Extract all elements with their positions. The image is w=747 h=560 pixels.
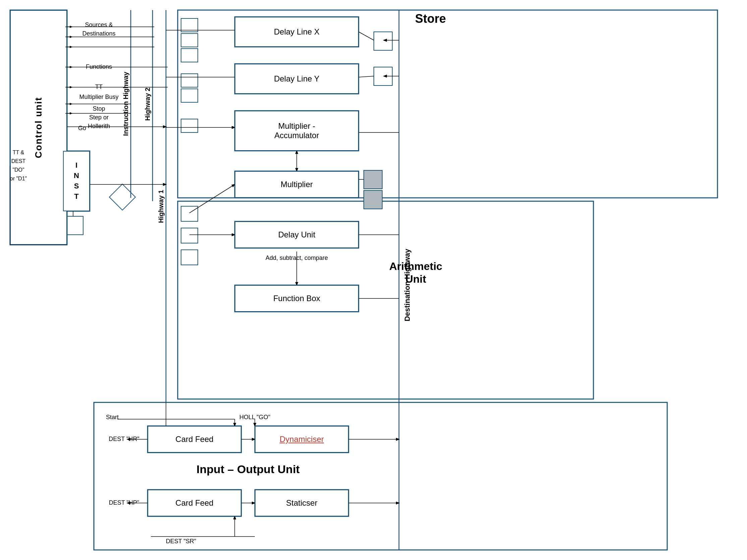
- svg-line-34: [189, 184, 235, 213]
- delay-line-y-box: Delay Line Y: [235, 64, 359, 94]
- io-unit-label: Input – Output Unit: [148, 463, 349, 476]
- svg-rect-19: [181, 250, 198, 265]
- delay-line-x-box: Delay Line X: [235, 17, 359, 47]
- holl-go-label: HOLL "GO": [221, 412, 288, 421]
- svg-rect-14: [181, 74, 198, 87]
- dest-sr-label: DEST "SR": [148, 537, 214, 545]
- svg-rect-22: [374, 32, 392, 50]
- dynamiciser-box: Dynamiciser: [255, 426, 349, 453]
- destination-highway-label: Destination Highway: [399, 10, 416, 560]
- sources-destinations-label: Sources & Destinations: [72, 20, 126, 37]
- svg-line-61: [359, 76, 374, 77]
- tt-label: TT: [72, 82, 126, 91]
- multiplier-accumulator-box: Multiplier - Accumulator: [235, 111, 359, 151]
- highway2-label: Highway 2: [141, 10, 154, 198]
- control-arrows: [66, 19, 75, 129]
- card-feed-1-box: Card Feed: [148, 426, 241, 453]
- svg-rect-17: [181, 206, 198, 221]
- svg-line-60: [359, 32, 374, 40]
- function-box-box: Function Box: [235, 285, 359, 312]
- start-label: Start: [99, 412, 126, 421]
- instruction-highway-label: Instruction Highway: [119, 10, 132, 198]
- staticser-box: Staticser: [255, 490, 349, 516]
- functions-label: Functions: [72, 62, 126, 71]
- diagram: Control unit Sources & Destinations Func…: [0, 0, 747, 560]
- dest-hp-label: DEST "HP": [99, 498, 149, 507]
- add-subtract-label: Add, subtract, compare: [235, 253, 359, 262]
- svg-rect-20: [364, 170, 382, 189]
- multiplier-box: Multiplier: [235, 171, 359, 198]
- svg-rect-2: [94, 402, 667, 550]
- highway1-label: Highway 1: [154, 10, 168, 402]
- control-unit-label: Control unit: [33, 97, 44, 158]
- dest-hr-label: DEST "HR": [99, 434, 149, 443]
- svg-rect-16: [181, 119, 198, 132]
- delay-unit-box: Delay Unit: [235, 221, 359, 248]
- control-unit-box: Control unit: [10, 10, 67, 245]
- tt-dest-label: TT & DEST "DO" or "D1": [3, 148, 33, 182]
- svg-rect-18: [181, 228, 198, 243]
- svg-rect-13: [181, 49, 198, 62]
- arithmetic-unit-label: Arithmetic Unit: [362, 260, 469, 286]
- card-feed-2-box: Card Feed: [148, 490, 241, 516]
- svg-rect-11: [181, 19, 198, 32]
- svg-rect-12: [181, 33, 198, 47]
- inst-box: I N S T: [63, 151, 90, 211]
- multiplier-busy-label: Multiplier Busy: [72, 92, 126, 101]
- svg-rect-15: [181, 89, 198, 102]
- svg-rect-21: [364, 190, 382, 209]
